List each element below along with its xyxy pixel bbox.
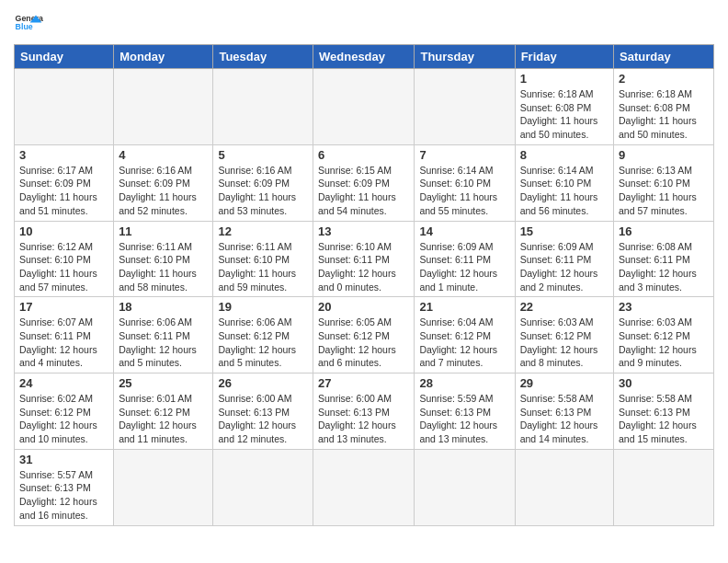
day-info: Sunrise: 6:11 AM Sunset: 6:10 PM Dayligh… <box>119 240 208 294</box>
calendar-cell: 12Sunrise: 6:11 AM Sunset: 6:10 PM Dayli… <box>213 221 313 297</box>
day-number: 28 <box>419 376 509 390</box>
day-info: Sunrise: 6:12 AM Sunset: 6:10 PM Dayligh… <box>19 240 108 294</box>
header: General Blue <box>14 9 714 39</box>
calendar-cell: 21Sunrise: 6:04 AM Sunset: 6:12 PM Dayli… <box>415 297 515 373</box>
day-number: 17 <box>19 300 108 314</box>
svg-text:Blue: Blue <box>16 22 33 31</box>
day-info: Sunrise: 6:07 AM Sunset: 6:11 PM Dayligh… <box>19 316 108 370</box>
day-number: 8 <box>520 148 609 162</box>
calendar-cell: 11Sunrise: 6:11 AM Sunset: 6:10 PM Dayli… <box>114 221 213 297</box>
day-info: Sunrise: 5:58 AM Sunset: 6:13 PM Dayligh… <box>520 392 609 446</box>
calendar-cell: 31Sunrise: 5:57 AM Sunset: 6:13 PM Dayli… <box>15 449 114 525</box>
day-info: Sunrise: 6:05 AM Sunset: 6:12 PM Dayligh… <box>318 316 409 370</box>
calendar-cell: 3Sunrise: 6:17 AM Sunset: 6:09 PM Daylig… <box>15 144 114 221</box>
calendar-cell <box>313 69 415 145</box>
day-info: Sunrise: 6:10 AM Sunset: 6:11 PM Dayligh… <box>318 240 409 294</box>
calendar-cell: 14Sunrise: 6:09 AM Sunset: 6:11 PM Dayli… <box>415 221 515 297</box>
day-number: 5 <box>218 148 308 162</box>
calendar-cell <box>515 449 613 525</box>
calendar-cell <box>415 69 515 145</box>
calendar-week-row: 24Sunrise: 6:02 AM Sunset: 6:12 PM Dayli… <box>15 373 714 450</box>
calendar-cell: 15Sunrise: 6:09 AM Sunset: 6:11 PM Dayli… <box>515 221 613 297</box>
day-info: Sunrise: 6:18 AM Sunset: 6:08 PM Dayligh… <box>619 87 709 142</box>
day-info: Sunrise: 6:09 AM Sunset: 6:11 PM Dayligh… <box>419 240 509 294</box>
day-number: 21 <box>419 300 509 314</box>
calendar-cell: 30Sunrise: 5:58 AM Sunset: 6:13 PM Dayli… <box>614 373 714 450</box>
calendar-cell <box>415 449 515 525</box>
calendar-week-row: 3Sunrise: 6:17 AM Sunset: 6:09 PM Daylig… <box>15 144 714 221</box>
calendar-header-row: SundayMondayTuesdayWednesdayThursdayFrid… <box>15 45 714 69</box>
day-info: Sunrise: 6:16 AM Sunset: 6:09 PM Dayligh… <box>218 164 308 218</box>
day-number: 16 <box>619 224 709 238</box>
day-number: 6 <box>318 148 409 162</box>
calendar-cell: 1Sunrise: 6:18 AM Sunset: 6:08 PM Daylig… <box>515 69 613 145</box>
calendar-cell: 25Sunrise: 6:01 AM Sunset: 6:12 PM Dayli… <box>114 373 213 450</box>
calendar-cell <box>114 449 213 525</box>
day-number: 14 <box>419 224 509 238</box>
calendar-table: SundayMondayTuesdayWednesdayThursdayFrid… <box>14 44 714 526</box>
calendar-cell: 26Sunrise: 6:00 AM Sunset: 6:13 PM Dayli… <box>213 373 313 450</box>
day-info: Sunrise: 6:14 AM Sunset: 6:10 PM Dayligh… <box>419 164 509 218</box>
day-info: Sunrise: 5:57 AM Sunset: 6:13 PM Dayligh… <box>19 468 108 523</box>
calendar-cell <box>213 449 313 525</box>
day-number: 11 <box>119 224 208 238</box>
day-number: 19 <box>218 300 308 314</box>
weekday-header-wednesday: Wednesday <box>313 45 415 69</box>
calendar-cell <box>313 449 415 525</box>
calendar-cell <box>15 69 114 145</box>
calendar-cell <box>114 69 213 145</box>
calendar-cell: 6Sunrise: 6:15 AM Sunset: 6:09 PM Daylig… <box>313 144 415 221</box>
calendar-cell: 7Sunrise: 6:14 AM Sunset: 6:10 PM Daylig… <box>415 144 515 221</box>
day-info: Sunrise: 6:01 AM Sunset: 6:12 PM Dayligh… <box>119 392 208 446</box>
day-number: 2 <box>619 72 709 86</box>
day-number: 3 <box>19 148 108 162</box>
day-number: 7 <box>419 148 509 162</box>
day-number: 30 <box>619 376 709 390</box>
calendar-cell: 27Sunrise: 6:00 AM Sunset: 6:13 PM Dayli… <box>313 373 415 450</box>
generalblue-logo-icon: General Blue <box>14 9 43 39</box>
day-number: 12 <box>218 224 308 238</box>
calendar-cell: 13Sunrise: 6:10 AM Sunset: 6:11 PM Dayli… <box>313 221 415 297</box>
calendar-cell: 20Sunrise: 6:05 AM Sunset: 6:12 PM Dayli… <box>313 297 415 373</box>
day-info: Sunrise: 6:00 AM Sunset: 6:13 PM Dayligh… <box>218 392 308 446</box>
calendar-cell <box>213 69 313 145</box>
day-number: 27 <box>318 376 409 390</box>
day-info: Sunrise: 5:58 AM Sunset: 6:13 PM Dayligh… <box>619 392 709 446</box>
day-number: 25 <box>119 376 208 390</box>
day-number: 4 <box>119 148 208 162</box>
day-info: Sunrise: 6:17 AM Sunset: 6:09 PM Dayligh… <box>19 164 108 218</box>
calendar-week-row: 1Sunrise: 6:18 AM Sunset: 6:08 PM Daylig… <box>15 69 714 145</box>
weekday-header-friday: Friday <box>515 45 613 69</box>
calendar-cell: 8Sunrise: 6:14 AM Sunset: 6:10 PM Daylig… <box>515 144 613 221</box>
calendar-week-row: 10Sunrise: 6:12 AM Sunset: 6:10 PM Dayli… <box>15 221 714 297</box>
day-number: 18 <box>119 300 208 314</box>
day-number: 13 <box>318 224 409 238</box>
calendar-cell: 22Sunrise: 6:03 AM Sunset: 6:12 PM Dayli… <box>515 297 613 373</box>
day-number: 10 <box>19 224 108 238</box>
day-info: Sunrise: 6:11 AM Sunset: 6:10 PM Dayligh… <box>218 240 308 294</box>
day-info: Sunrise: 6:03 AM Sunset: 6:12 PM Dayligh… <box>619 316 709 370</box>
weekday-header-saturday: Saturday <box>614 45 714 69</box>
day-info: Sunrise: 6:18 AM Sunset: 6:08 PM Dayligh… <box>520 87 609 142</box>
calendar-cell: 17Sunrise: 6:07 AM Sunset: 6:11 PM Dayli… <box>15 297 114 373</box>
weekday-header-monday: Monday <box>114 45 213 69</box>
calendar-cell: 18Sunrise: 6:06 AM Sunset: 6:11 PM Dayli… <box>114 297 213 373</box>
calendar-cell: 2Sunrise: 6:18 AM Sunset: 6:08 PM Daylig… <box>614 69 714 145</box>
day-info: Sunrise: 5:59 AM Sunset: 6:13 PM Dayligh… <box>419 392 509 446</box>
calendar-cell: 4Sunrise: 6:16 AM Sunset: 6:09 PM Daylig… <box>114 144 213 221</box>
day-info: Sunrise: 6:02 AM Sunset: 6:12 PM Dayligh… <box>19 392 108 446</box>
day-info: Sunrise: 6:03 AM Sunset: 6:12 PM Dayligh… <box>520 316 609 370</box>
day-info: Sunrise: 6:14 AM Sunset: 6:10 PM Dayligh… <box>520 164 609 218</box>
calendar-cell: 24Sunrise: 6:02 AM Sunset: 6:12 PM Dayli… <box>15 373 114 450</box>
calendar-cell: 29Sunrise: 5:58 AM Sunset: 6:13 PM Dayli… <box>515 373 613 450</box>
day-number: 29 <box>520 376 609 390</box>
day-info: Sunrise: 6:06 AM Sunset: 6:11 PM Dayligh… <box>119 316 208 370</box>
weekday-header-sunday: Sunday <box>15 45 114 69</box>
day-info: Sunrise: 6:13 AM Sunset: 6:10 PM Dayligh… <box>619 164 709 218</box>
day-number: 31 <box>19 453 108 466</box>
day-number: 15 <box>520 224 609 238</box>
day-info: Sunrise: 6:16 AM Sunset: 6:09 PM Dayligh… <box>119 164 208 218</box>
weekday-header-tuesday: Tuesday <box>213 45 313 69</box>
day-info: Sunrise: 6:04 AM Sunset: 6:12 PM Dayligh… <box>419 316 509 370</box>
day-info: Sunrise: 6:00 AM Sunset: 6:13 PM Dayligh… <box>318 392 409 446</box>
